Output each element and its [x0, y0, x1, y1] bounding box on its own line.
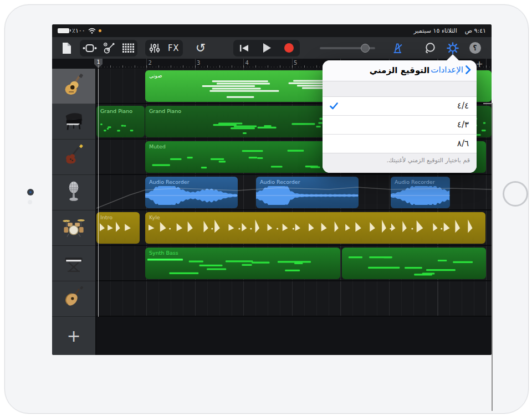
settings-back-button[interactable]: الإعدادات [431, 65, 471, 75]
chevron-right-icon [466, 65, 471, 74]
rewind-icon [239, 44, 250, 52]
region-label: Grand Piano [100, 108, 132, 114]
region-microphone-1[interactable]: Audio Recorder [145, 177, 238, 208]
status-right-cluster: ٩:٤١ ص الثلاثاء ١٥ سبتمبر [413, 27, 486, 34]
document-icon [62, 43, 71, 54]
loop-browser-button[interactable] [422, 37, 438, 59]
track-header-acoustic-guitar[interactable] [52, 69, 95, 104]
back-label: الإعدادات [431, 65, 463, 75]
acoustic-guitar-icon [62, 73, 86, 100]
play-icon [262, 43, 272, 53]
grand-piano-icon [62, 109, 86, 135]
bar-number-3: 3 [197, 60, 200, 66]
callout-line-vertical [492, 103, 493, 411]
tracks-view-button[interactable] [80, 40, 100, 56]
oud-icon [62, 286, 86, 312]
undo-button[interactable]: ↺ [193, 37, 208, 59]
track-lane-drums: IntroKyle [96, 210, 492, 246]
bar-number-2: 2 [149, 60, 152, 66]
track-header-bass-guitar[interactable] [52, 140, 95, 175]
microphone-in-use-icon [99, 29, 101, 32]
metronome-button[interactable] [390, 37, 405, 59]
time-signature-option-1[interactable]: ٤/٤ [323, 97, 477, 115]
record-icon [284, 43, 294, 53]
track-header-oud[interactable] [52, 281, 95, 317]
fx-label: FX [168, 43, 179, 53]
view-switch-group [80, 40, 137, 56]
popover-footer-text: قم باختيار التوقيع الزمني لأغنيتك. [323, 153, 477, 173]
region-label: Muted [149, 143, 166, 150]
add-track-button[interactable]: + [52, 317, 95, 355]
region-grand-piano-1[interactable]: Grand Piano [96, 106, 145, 137]
front-camera-icon [27, 189, 34, 195]
live-loops-button[interactable] [119, 40, 137, 56]
wifi-icon [88, 28, 96, 34]
grid-icon [122, 43, 134, 53]
home-button[interactable] [503, 181, 528, 207]
toolbar: FX ↺ [52, 37, 492, 59]
clock-text: ٩:٤١ ص [465, 27, 486, 34]
track-header-drums[interactable] [52, 210, 95, 246]
popover-arrow [447, 54, 459, 60]
track-header-grand-piano[interactable] [52, 104, 95, 140]
region-drums-1[interactable]: Intro [96, 212, 140, 244]
mixer-button[interactable] [145, 40, 164, 56]
bar-number-5: 5 [294, 60, 297, 66]
region-label: Kyle [149, 214, 160, 220]
help-button[interactable]: ؟ [467, 37, 483, 59]
ipad-frame: ٪١٠٠ ٩:٤١ ص الثلاثاء ١٥ سبتمبر [4, 4, 529, 414]
region-label: Grand Piano [149, 108, 181, 114]
song-browser-button[interactable] [60, 37, 73, 59]
bass-guitar-icon [62, 144, 86, 171]
track-headers: + [52, 69, 96, 355]
time-signature-value: ٤/٣ [457, 120, 469, 130]
keyboard-icon [62, 250, 86, 277]
page: ٪١٠٠ ٩:٤١ ص الثلاثاء ١٥ سبتمبر [0, 0, 532, 417]
screen: ٪١٠٠ ٩:٤١ ص الثلاثاء ١٥ سبتمبر [52, 24, 492, 355]
ambient-sensor-icon [28, 200, 32, 204]
region-microphone-3[interactable]: Audio Recorder [391, 177, 450, 208]
loop-lasso-icon [424, 42, 436, 54]
time-signature-value: ٤/٤ [457, 101, 469, 111]
track-header-microphone[interactable] [52, 175, 95, 210]
mix-group: FX [145, 40, 183, 56]
playhead-line[interactable] [98, 69, 99, 317]
volume-slider-knob[interactable] [361, 44, 370, 53]
time-signature-option-2[interactable]: ٤/٣ [323, 115, 477, 134]
time-signature-options: ٤/٤٤/٣٨/٦ [323, 97, 477, 153]
guitar-icon [103, 42, 115, 54]
instrument-browser-button[interactable] [100, 40, 119, 56]
cycle-region-icon [83, 44, 97, 53]
status-left-cluster: ٪١٠٠ [58, 27, 101, 34]
region-keyboard-1[interactable]: Synth Bass [145, 248, 340, 279]
region-drums-2[interactable]: Kyle [145, 212, 485, 244]
timeline-empty-area [96, 317, 492, 355]
region-label: Audio Recorder [260, 179, 300, 185]
region-keyboard-2[interactable] [342, 248, 486, 279]
region-label: Intro [100, 214, 112, 220]
checkmark-icon [330, 102, 338, 110]
track-lane-microphone: Audio RecorderAudio RecorderAudio Record… [96, 175, 492, 210]
battery-percent: ٪١٠٠ [72, 27, 85, 34]
region-label: Audio Recorder [395, 179, 435, 185]
time-signature-popover: التوقيع الزمني الإعدادات ٤/٤٤/٣٨/٦ قم با… [323, 60, 477, 173]
volume-slider[interactable] [320, 37, 375, 59]
play-button[interactable] [255, 40, 278, 56]
region-microphone-2[interactable]: Audio Recorder [256, 177, 359, 208]
track-lane-oud [96, 281, 492, 317]
time-signature-option-3[interactable]: ٨/٦ [323, 134, 477, 153]
region-label: Audio Recorder [149, 179, 190, 185]
bar-number-4: 4 [245, 60, 249, 66]
rewind-button[interactable] [233, 40, 255, 56]
fx-button[interactable]: FX [164, 40, 183, 56]
popover-header: التوقيع الزمني الإعدادات [323, 60, 477, 81]
track-header-keyboard[interactable] [52, 246, 95, 281]
time-signature-value: ٨/٦ [457, 138, 469, 148]
status-bar: ٪١٠٠ ٩:٤١ ص الثلاثاء ١٥ سبتمبر [52, 24, 492, 37]
date-text: الثلاثاء ١٥ سبتمبر [413, 27, 457, 34]
region-label: صوتي [149, 73, 162, 79]
record-button[interactable] [278, 40, 300, 56]
drums-icon [62, 215, 86, 241]
track-lane-keyboard: Synth Bass [96, 246, 492, 281]
undo-icon: ↺ [196, 42, 206, 54]
